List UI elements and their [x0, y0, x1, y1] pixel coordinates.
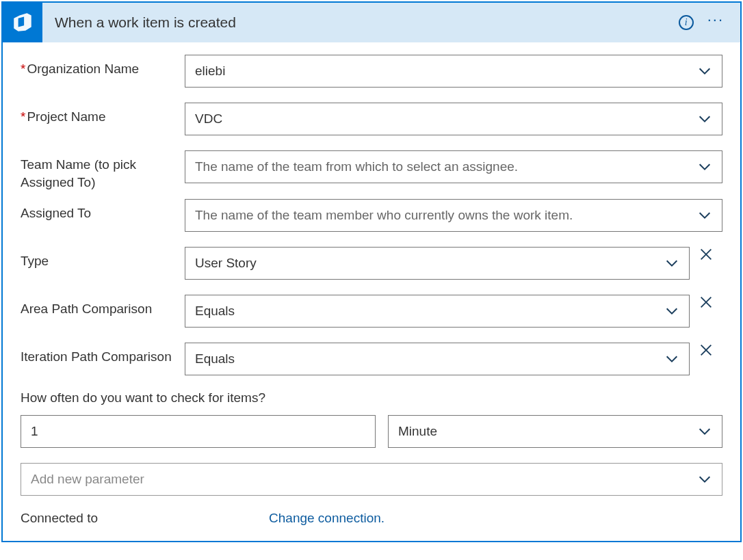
connection-footer: Connected to Change connection.: [21, 511, 722, 526]
required-marker: *: [21, 62, 25, 76]
row-team: Team Name (to pick Assigned To) The name…: [21, 150, 722, 191]
assigned-select[interactable]: The name of the team member who currentl…: [185, 199, 722, 232]
poll-interval-input[interactable]: [21, 415, 376, 448]
label-assigned: Assigned To: [21, 199, 185, 222]
label-iteration: Iteration Path Comparison: [21, 343, 185, 366]
add-parameter-select[interactable]: Add new parameter: [21, 463, 722, 496]
chevron-down-icon: [697, 208, 712, 223]
required-marker: *: [21, 109, 25, 124]
chevron-down-icon: [697, 472, 712, 487]
chevron-down-icon: [664, 304, 679, 319]
chevron-down-icon: [697, 111, 712, 126]
card-title: When a work item is created: [55, 14, 679, 31]
area-select[interactable]: Equals: [185, 295, 690, 328]
row-project: *Project Name VDC: [21, 103, 722, 135]
more-menu-icon[interactable]: ···: [707, 18, 724, 23]
chevron-down-icon: [697, 424, 712, 439]
clear-iteration-button[interactable]: [690, 343, 722, 358]
devops-icon: [3, 3, 42, 42]
header-actions: i ···: [679, 15, 740, 30]
card-header: When a work item is created i ···: [3, 3, 740, 42]
chevron-down-icon: [697, 64, 712, 79]
poll-unit-select[interactable]: Minute: [388, 415, 722, 448]
chevron-down-icon: [664, 351, 679, 366]
label-organization: *Organization Name: [21, 55, 185, 78]
team-select[interactable]: The name of the team from which to selec…: [185, 150, 722, 183]
row-assigned: Assigned To The name of the team member …: [21, 199, 722, 232]
poll-frequency-row: Minute: [21, 415, 722, 448]
connected-to-label: Connected to: [21, 511, 98, 526]
label-team: Team Name (to pick Assigned To): [21, 150, 185, 191]
label-project: *Project Name: [21, 103, 185, 126]
label-area: Area Path Comparison: [21, 295, 185, 318]
chevron-down-icon: [664, 256, 679, 271]
card-body: *Organization Name eliebi *Project Name …: [3, 42, 740, 541]
clear-area-button[interactable]: [690, 295, 722, 310]
iteration-select[interactable]: Equals: [185, 343, 690, 375]
project-select[interactable]: VDC: [185, 103, 722, 135]
row-iteration: Iteration Path Comparison Equals: [21, 343, 722, 375]
trigger-card: When a work item is created i ··· *Organ…: [1, 1, 742, 542]
poll-frequency-label: How often do you want to check for items…: [21, 390, 722, 405]
chevron-down-icon: [697, 159, 712, 174]
info-icon[interactable]: i: [679, 15, 694, 30]
row-type: Type User Story: [21, 247, 722, 280]
clear-type-button[interactable]: [690, 247, 722, 262]
label-type: Type: [21, 247, 185, 270]
change-connection-link[interactable]: Change connection.: [269, 511, 384, 526]
row-organization: *Organization Name eliebi: [21, 55, 722, 88]
organization-select[interactable]: eliebi: [185, 55, 722, 88]
row-area: Area Path Comparison Equals: [21, 295, 722, 328]
type-select[interactable]: User Story: [185, 247, 690, 280]
